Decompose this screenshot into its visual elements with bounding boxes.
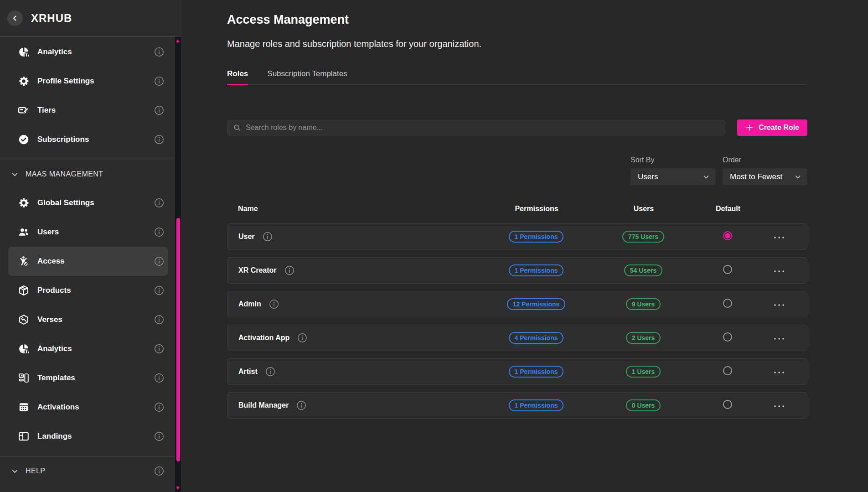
- tab-roles[interactable]: Roles: [227, 69, 248, 84]
- collapse-sidebar-button[interactable]: [7, 10, 23, 26]
- column-header-permissions: Permissions: [480, 205, 594, 213]
- info-icon[interactable]: [154, 373, 164, 383]
- sidebar-item-products[interactable]: Products: [8, 276, 168, 305]
- roles-table: Name Permissions Users Default User1 Per…: [227, 202, 807, 419]
- row-menu-icon[interactable]: [774, 371, 785, 374]
- sidebar-item-verses[interactable]: Verses: [8, 305, 168, 334]
- table-header-row: Name Permissions Users Default: [227, 202, 807, 216]
- sidebar-item-label: Tiers: [37, 106, 154, 115]
- sidebar-item-label: Users: [37, 228, 154, 237]
- section-label: HELP: [26, 467, 154, 475]
- order-label: Order: [723, 156, 807, 164]
- tab-bar: Roles Subscription Templates: [227, 69, 807, 85]
- sidebar-item-label: Analytics: [37, 344, 154, 353]
- create-role-label: Create Role: [759, 124, 799, 132]
- sidebar-item-access[interactable]: Access: [8, 247, 168, 276]
- section-label: MAAS MANAGEMENT: [26, 170, 164, 178]
- scrollbar-thumb[interactable]: [176, 218, 180, 461]
- sidebar-item-tiers[interactable]: Tiers: [8, 96, 168, 125]
- default-radio[interactable]: [723, 231, 732, 240]
- info-icon[interactable]: [154, 105, 164, 115]
- info-icon[interactable]: [284, 265, 294, 275]
- info-icon[interactable]: [154, 256, 164, 266]
- activations-icon: [17, 401, 30, 414]
- chevron-down-icon: [794, 173, 801, 181]
- permissions-badge[interactable]: 4 Permissions: [509, 332, 564, 344]
- row-menu-icon[interactable]: [774, 337, 785, 340]
- main-content: Access Management Manage roles and subsc…: [181, 0, 868, 492]
- sidebar-item-global-settings[interactable]: Global Settings: [8, 188, 168, 218]
- create-role-button[interactable]: Create Role: [737, 119, 807, 136]
- sidebar-item-landings[interactable]: Landings: [8, 422, 168, 451]
- row-menu-icon[interactable]: [774, 270, 785, 273]
- info-icon[interactable]: [154, 227, 164, 237]
- sidebar-item-templates[interactable]: Templates: [8, 363, 168, 393]
- scrollbar-up-arrow-icon[interactable]: [176, 39, 180, 42]
- sidebar-item-activations[interactable]: Activations: [8, 393, 168, 422]
- permissions-badge[interactable]: 1 Permissions: [509, 366, 564, 378]
- info-icon[interactable]: [154, 402, 164, 412]
- row-menu-icon[interactable]: [774, 304, 785, 306]
- info-icon[interactable]: [296, 400, 306, 410]
- column-header-users: Users: [594, 205, 694, 213]
- info-icon[interactable]: [154, 315, 164, 325]
- info-icon[interactable]: [154, 135, 164, 145]
- row-menu-icon[interactable]: [774, 405, 785, 408]
- info-icon[interactable]: [154, 198, 164, 208]
- role-name: Activation App: [238, 334, 289, 342]
- table-row[interactable]: Build Manager1 Permissions0 Users: [227, 392, 807, 419]
- app-logo: XRHUB: [31, 12, 72, 25]
- users-badge[interactable]: 1 Users: [626, 366, 661, 378]
- table-row[interactable]: Activation App4 Permissions2 Users: [227, 325, 807, 351]
- users-badge[interactable]: 775 Users: [622, 231, 664, 243]
- table-row[interactable]: Artist1 Permissions1 Users: [227, 358, 807, 385]
- info-icon[interactable]: [154, 47, 164, 57]
- default-radio[interactable]: [723, 366, 732, 375]
- users-badge[interactable]: 9 Users: [626, 298, 661, 310]
- info-icon[interactable]: [297, 333, 307, 343]
- default-radio[interactable]: [723, 332, 732, 342]
- info-icon[interactable]: [154, 344, 164, 354]
- sidebar-item-label: Verses: [37, 315, 154, 324]
- info-icon[interactable]: [154, 431, 164, 441]
- info-icon[interactable]: [265, 367, 275, 377]
- default-radio[interactable]: [723, 400, 732, 409]
- info-icon[interactable]: [269, 299, 279, 309]
- settings-gear-icon: [17, 75, 30, 88]
- sidebar-scrollbar[interactable]: [175, 36, 181, 492]
- permissions-badge[interactable]: 12 Permissions: [507, 298, 566, 310]
- tab-subscription-templates[interactable]: Subscription Templates: [267, 69, 347, 84]
- default-radio[interactable]: [723, 299, 732, 308]
- row-menu-icon[interactable]: [774, 236, 785, 239]
- role-name: User: [238, 233, 255, 241]
- users-badge[interactable]: 0 Users: [626, 399, 661, 411]
- permissions-badge[interactable]: 1 Permissions: [509, 231, 564, 243]
- users-badge[interactable]: 54 Users: [624, 264, 662, 276]
- info-icon[interactable]: [154, 285, 164, 295]
- sort-by-select[interactable]: Users: [630, 168, 716, 185]
- permissions-badge[interactable]: 1 Permissions: [509, 399, 564, 411]
- sidebar: XRHUB AnalyticsProfile SettingsTiersSubs…: [0, 0, 181, 492]
- table-row[interactable]: Admin12 Permissions9 Users: [227, 291, 807, 317]
- info-icon[interactable]: [263, 232, 273, 242]
- table-row[interactable]: XR Creator1 Permissions54 Users: [227, 257, 807, 284]
- search-input[interactable]: [246, 124, 719, 132]
- permissions-badge[interactable]: 1 Permissions: [509, 264, 564, 276]
- default-radio[interactable]: [723, 265, 732, 274]
- sidebar-section-help[interactable]: HELP: [0, 457, 181, 485]
- scrollbar-down-arrow-icon[interactable]: [176, 487, 180, 490]
- sidebar-section-maas-management[interactable]: MAAS MANAGEMENT: [0, 160, 181, 188]
- info-icon[interactable]: [154, 76, 164, 86]
- users-badge[interactable]: 2 Users: [626, 332, 661, 344]
- sort-by-label: Sort By: [630, 156, 716, 164]
- sidebar-item-users[interactable]: Users: [8, 218, 168, 247]
- products-box-icon: [17, 284, 30, 297]
- sidebar-item-analytics[interactable]: Analytics: [8, 37, 168, 67]
- info-icon[interactable]: [154, 466, 164, 476]
- sidebar-item-analytics[interactable]: Analytics: [8, 334, 168, 363]
- sidebar-item-subscriptions[interactable]: Subscriptions: [8, 125, 168, 154]
- role-name: Admin: [238, 300, 261, 308]
- table-row[interactable]: User1 Permissions775 Users: [227, 223, 807, 250]
- sidebar-item-profile-settings[interactable]: Profile Settings: [8, 67, 168, 96]
- order-select[interactable]: Most to Fewest: [723, 168, 807, 185]
